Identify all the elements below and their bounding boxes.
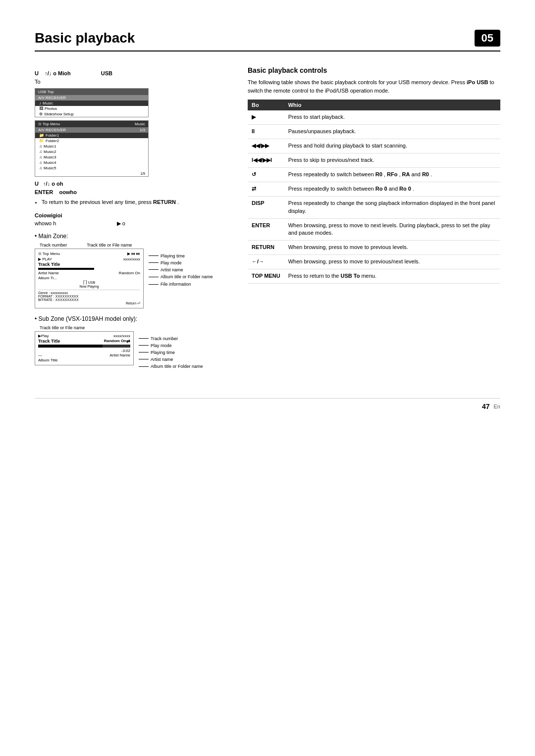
music-note-icon-2: ♫	[39, 150, 42, 154]
callout-artist-name: Artist name	[149, 267, 205, 272]
dp-album-row: Album Ti...	[38, 276, 140, 280]
sz-counter: xxxx/xxxx	[113, 334, 130, 338]
desc-cell-7: When browsing, press to move to next lev…	[284, 218, 500, 241]
sz-callout-track-num: Track number	[139, 336, 195, 341]
folder-nav-counter: 1/9	[35, 171, 148, 176]
sz-callout-play-mode: Play mode	[139, 343, 195, 348]
controls-section-title: Basic playback controls	[248, 66, 500, 74]
callout-labels-right: Playing time Play mode Artist name Album…	[149, 249, 205, 289]
dp-file-info-1: Genre : xxxxxxxxxx	[38, 291, 140, 295]
dp-artist-row: Artist Name Random On	[38, 271, 140, 275]
button-cell-7: ENTER	[248, 218, 284, 241]
sz-play-label: ▶Play	[38, 334, 49, 338]
dp-header-row: ⊙ Top Menu ▶ ⏮ ⏭	[38, 252, 140, 256]
dp-play-row: ▶ PLAY xxxx/xxxx	[38, 257, 140, 261]
desc-cell-2: Press and hold during playback to start …	[284, 139, 500, 153]
step1-header: U ↑/↓ o Mioh USB	[35, 70, 228, 76]
folder-item-music4: ♫ Music4	[35, 160, 148, 165]
content-columns: U ↑/↓ o Mioh USB To USB Top A/V RECEIVER…	[35, 66, 500, 378]
footer-language: En	[494, 403, 500, 409]
dp-album: Album Ti...	[38, 276, 57, 280]
music-note-icon-5: ♫	[39, 166, 42, 170]
table-row: ←/→When browsing, press to move to previ…	[248, 255, 500, 269]
sz-artist-row: — Artist Name	[38, 353, 130, 357]
footer-page-number: 47	[482, 403, 490, 410]
usb-top-subheader: A/V RECEIVER	[35, 95, 148, 101]
folder-item-music1: ♫ Music1	[35, 144, 148, 149]
table-row: TOP MENUPress to return to the USB To me…	[248, 269, 500, 284]
folder-icon: 📁	[39, 133, 44, 138]
music-icon: ♪	[39, 101, 41, 105]
left-column: U ↑/↓ o Mioh USB To USB Top A/V RECEIVER…	[35, 66, 228, 378]
table-row: ⇄Press repeatedly to switch between Ro 0…	[248, 182, 500, 196]
dp-now-playing: Now Playing	[38, 285, 140, 288]
top-menu-icon: ⊙ Top Menu	[38, 122, 60, 126]
callout-line-4	[149, 277, 159, 277]
desc-cell-5: Press repeatedly to switch between Ro 0 …	[284, 182, 500, 196]
button-cell-8: RETURN	[248, 241, 284, 255]
desc-cell-9: When browsing, press to move to previous…	[284, 255, 500, 269]
table-row: ◀◀/▶▶Press and hold during playback to s…	[248, 139, 500, 153]
button-cell-9: ←/→	[248, 255, 284, 269]
sz-callout-artist: Artist name	[139, 357, 195, 362]
callout-line-1	[149, 255, 159, 256]
label-track-title: Track title or File name	[87, 243, 132, 248]
usb-top-header: USB Top	[35, 89, 148, 95]
enter-label: ENTER oowho	[35, 188, 228, 197]
dp-return: Return ⏎	[38, 302, 140, 305]
button-cell-1: II	[248, 124, 284, 139]
subzone-above-label: Track title or File name	[40, 325, 228, 330]
callout-file-info: File information	[149, 282, 205, 287]
desc-cell-1: Pauses/unpauses playback.	[284, 124, 500, 139]
table-row: ENTERWhen browsing, press to move to nex…	[248, 218, 500, 241]
sz-callout-line-5	[139, 366, 149, 367]
callout-line-3	[149, 269, 159, 270]
folder-item-folder1: 📁 Folder1	[35, 133, 148, 138]
right-column: Basic playback controls The following ta…	[248, 66, 500, 378]
callout-line-2	[149, 262, 159, 263]
col-button-header: Bo	[248, 100, 284, 110]
callout-album-folder: Album title or Folder name	[149, 274, 205, 280]
controls-intro: The following table shows the basic play…	[248, 78, 500, 95]
button-cell-2: ◀◀/▶▶	[248, 139, 284, 153]
nav-desc-text: whowo h ▶ o	[35, 219, 228, 228]
sz-artist-label: —	[38, 353, 42, 357]
ipoUSB-label: iPo USB	[467, 79, 488, 85]
table-header-row: Bo Whio	[248, 100, 500, 110]
folder-nav-subheader: A/V RECEIVER 1/3	[35, 127, 148, 133]
dp-random: Random On	[119, 271, 140, 275]
callout-playing-time: Playing time	[149, 253, 205, 258]
callout-play-mode: Play mode	[149, 260, 205, 265]
sz-random-label: Random On	[104, 339, 126, 343]
table-row: I◀◀/▶▶IPress to skip to previous/next tr…	[248, 153, 500, 167]
sz-time-row: -3:02	[38, 349, 130, 353]
desc-cell-0: Press to start playback.	[284, 110, 500, 124]
table-row: RETURNWhen browsing, press to move to pr…	[248, 241, 500, 255]
dp-progress-bar	[38, 268, 94, 270]
dp-track-title: Track Title	[38, 262, 140, 267]
folder-nav-box: ⊙ Top Menu Music A/V RECEIVER 1/3 📁 Fold…	[35, 120, 149, 177]
subzone-callout-labels: Track number Play mode Playing time Arti…	[139, 331, 195, 372]
desc-cell-10: Press to return to the USB To menu.	[284, 269, 500, 284]
dp-file-info-2: FORMAT : XXXXXXXXXX	[38, 295, 140, 298]
step1-label: U ↑/↓ o Mioh USB	[35, 70, 112, 76]
table-row: ▶Press to start playback.	[248, 110, 500, 124]
dp-usb-icon: ⎡⎤	[83, 281, 87, 284]
button-cell-4: ↺	[248, 167, 284, 182]
sz-header-row: ▶Play xxxx/xxxx	[38, 334, 130, 338]
page-header: Basic playback 05	[35, 30, 500, 51]
sz-callout-line-1	[139, 338, 149, 339]
dp-file-info: Genre : xxxxxxxxxx FORMAT : XXXXXXXXXX B…	[38, 290, 140, 305]
music-note-icon-4: ♫	[39, 160, 42, 165]
usb-top-box: USB Top A/V RECEIVER ♪ Music 🖼 Photos ⚙ …	[35, 88, 149, 117]
music-note-icon-3: ♫	[39, 155, 42, 159]
dp-usb-row: ⎡⎤ USB	[38, 281, 140, 285]
table-row: DISPPress repeatedly to change the song …	[248, 196, 500, 218]
slideshow-icon: ⚙	[39, 112, 43, 116]
desc-cell-4: Press repeatedly to switch between R0 , …	[284, 167, 500, 182]
desc-cell-6: Press repeatedly to change the song play…	[284, 196, 500, 218]
desc-cell-8: When browsing, press to move to previous…	[284, 241, 500, 255]
step2-header: U ↑/↓ o oh	[35, 181, 228, 187]
main-display-panel: ⊙ Top Menu ▶ ⏮ ⏭ ▶ PLAY xxxx/xxxx Track …	[35, 249, 144, 308]
sz-callout-playing-time: Playing time	[139, 350, 195, 355]
